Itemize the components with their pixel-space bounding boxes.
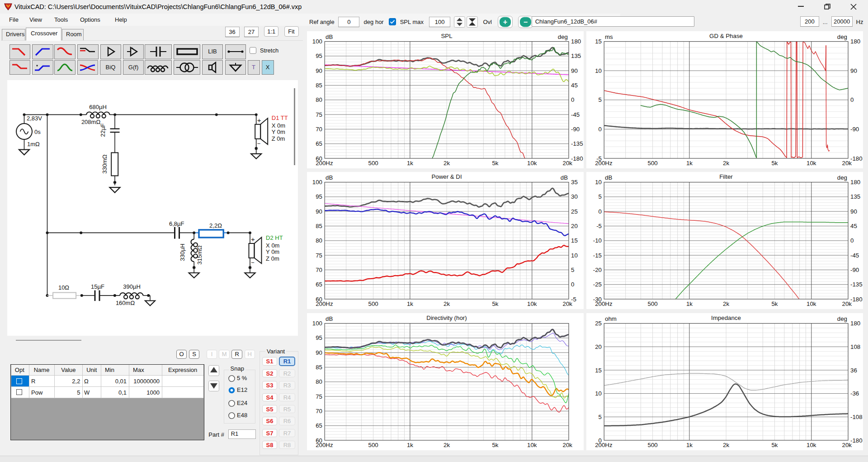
svg-text:90: 90 <box>316 67 322 74</box>
svg-text:330mΩ: 330mΩ <box>101 155 108 174</box>
svg-text:X 0m: X 0m <box>266 242 279 249</box>
svg-text:15µF: 15µF <box>91 283 104 290</box>
svg-text:100: 100 <box>312 38 322 45</box>
svg-text:15: 15 <box>595 367 602 373</box>
svg-text:200Hz: 200Hz <box>595 442 613 448</box>
svg-text:-36: -36 <box>850 390 859 397</box>
svg-text:10k: 10k <box>807 300 816 307</box>
svg-text:90: 90 <box>850 208 857 215</box>
svg-text:0: 0 <box>850 238 854 244</box>
svg-text:20k: 20k <box>562 442 572 448</box>
svg-text:−: − <box>251 259 255 266</box>
svg-text:22µF: 22µF <box>99 124 106 137</box>
svg-text:20k: 20k <box>842 442 852 448</box>
svg-text:500: 500 <box>648 300 658 307</box>
svg-text:−: − <box>257 140 261 147</box>
svg-text:10k: 10k <box>527 160 537 167</box>
svg-text:2k: 2k <box>443 300 450 307</box>
svg-text:75: 75 <box>316 111 322 118</box>
svg-text:90: 90 <box>316 349 322 356</box>
svg-text:-90: -90 <box>571 126 580 133</box>
svg-text:65: 65 <box>316 422 322 429</box>
svg-text:10k: 10k <box>527 442 537 448</box>
svg-text:Impedance: Impedance <box>711 314 741 321</box>
svg-text:80: 80 <box>316 238 322 244</box>
svg-text:0: 0 <box>850 96 854 103</box>
svg-text:208mΩ: 208mΩ <box>81 119 101 125</box>
svg-text:85: 85 <box>316 82 322 89</box>
svg-text:100: 100 <box>312 179 322 186</box>
svg-text:160mΩ: 160mΩ <box>116 300 135 306</box>
svg-text:75: 75 <box>316 393 322 400</box>
svg-text:500: 500 <box>648 160 658 167</box>
svg-text:Z 0m: Z 0m <box>266 256 279 262</box>
svg-text:200Hz: 200Hz <box>595 160 613 167</box>
svg-text:2,2Ω: 2,2Ω <box>209 222 222 229</box>
svg-text:200Hz: 200Hz <box>316 300 333 307</box>
svg-text:5: 5 <box>571 267 574 273</box>
svg-text:20k: 20k <box>562 300 572 307</box>
svg-text:deg: deg <box>837 174 847 181</box>
svg-text:0: 0 <box>599 208 602 215</box>
svg-text:-135: -135 <box>571 140 583 147</box>
svg-text:15: 15 <box>571 238 578 244</box>
svg-text:+: + <box>257 116 261 124</box>
svg-text:5k: 5k <box>772 442 778 448</box>
svg-text:1k: 1k <box>686 300 693 307</box>
svg-text:-180: -180 <box>850 296 863 303</box>
svg-text:330µH: 330µH <box>179 244 186 262</box>
svg-text:315mΩ: 315mΩ <box>197 246 203 265</box>
svg-text:180: 180 <box>571 38 581 45</box>
svg-text:dB: dB <box>326 315 333 322</box>
svg-text:500: 500 <box>368 160 378 167</box>
svg-text:0: 0 <box>571 281 574 288</box>
svg-text:45: 45 <box>850 223 857 229</box>
svg-text:2k: 2k <box>723 442 729 448</box>
svg-text:10Ω: 10Ω <box>58 284 69 291</box>
svg-text:-15: -15 <box>593 252 602 259</box>
svg-text:1k: 1k <box>686 442 693 448</box>
svg-text:+: + <box>503 18 507 25</box>
svg-text:500: 500 <box>368 442 378 448</box>
svg-text:200Hz: 200Hz <box>316 160 333 167</box>
svg-text:180: 180 <box>850 179 860 186</box>
svg-text:95: 95 <box>316 52 322 59</box>
svg-text:5: 5 <box>599 96 602 103</box>
svg-text:70: 70 <box>316 407 322 414</box>
svg-text:45: 45 <box>571 82 578 89</box>
svg-text:500: 500 <box>648 442 658 448</box>
svg-text:25: 25 <box>571 208 578 215</box>
svg-text:Z 0m: Z 0m <box>272 136 285 143</box>
svg-text:500: 500 <box>368 300 378 307</box>
svg-text:80: 80 <box>316 96 322 103</box>
svg-text:5k: 5k <box>492 300 498 307</box>
svg-text:ohm: ohm <box>605 315 617 322</box>
svg-text:15: 15 <box>595 38 602 45</box>
svg-text:30: 30 <box>571 194 578 200</box>
svg-text:1k: 1k <box>406 442 413 448</box>
svg-text:0: 0 <box>571 96 574 103</box>
svg-text:Filter: Filter <box>720 173 733 180</box>
svg-text:85: 85 <box>316 223 322 229</box>
svg-text:85: 85 <box>316 364 322 371</box>
svg-text:-25: -25 <box>593 281 602 288</box>
svg-text:2k: 2k <box>723 300 729 307</box>
svg-text:D1 TT: D1 TT <box>272 114 288 121</box>
svg-text:10k: 10k <box>527 300 537 307</box>
svg-text:0: 0 <box>599 126 602 133</box>
svg-text:5k: 5k <box>492 442 498 448</box>
svg-text:GD & Phase: GD & Phase <box>709 33 743 39</box>
svg-text:X 0m: X 0m <box>272 122 285 129</box>
svg-text:390µH: 390µH <box>123 283 141 290</box>
svg-text:20: 20 <box>571 223 578 229</box>
svg-text:10: 10 <box>595 67 602 74</box>
svg-text:10k: 10k <box>807 160 816 167</box>
svg-text:680µH: 680µH <box>89 104 107 110</box>
svg-text:90: 90 <box>850 67 857 74</box>
svg-text:-180: -180 <box>571 155 583 162</box>
svg-text:SPL: SPL <box>441 33 452 39</box>
svg-text:20: 20 <box>595 343 602 350</box>
svg-text:-45: -45 <box>571 111 580 118</box>
svg-text:20k: 20k <box>562 160 572 167</box>
svg-text:Y 0m: Y 0m <box>266 249 279 256</box>
